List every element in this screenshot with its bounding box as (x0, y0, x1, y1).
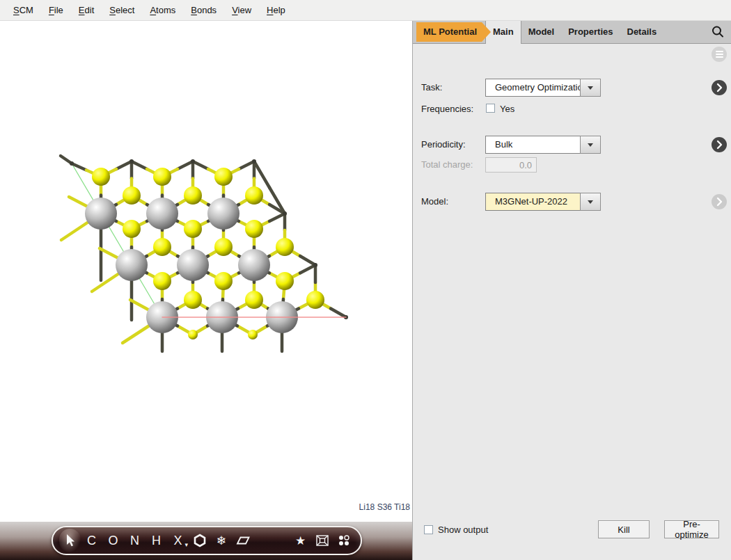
panel-menu-button[interactable] (712, 47, 727, 62)
bond[interactable] (254, 161, 269, 188)
atom-Ti[interactable] (238, 249, 270, 281)
parallelogram-icon (235, 534, 251, 547)
element-h-button-label: H (152, 534, 161, 548)
atom-Ti[interactable] (177, 249, 209, 281)
templates-tool[interactable]: ★ (290, 529, 311, 552)
atom-S[interactable] (214, 272, 233, 290)
menubar: SCMFileEditSelectAtomsBondsViewHelp (0, 0, 731, 21)
input-panel: MainModelPropertiesDetails ML Potential … (412, 21, 731, 560)
atom-Vx (191, 159, 195, 163)
search-icon[interactable] (710, 24, 725, 40)
frequencies-checkbox[interactable] (486, 104, 495, 113)
menu-atoms[interactable]: Atoms (142, 5, 183, 15)
atom-S[interactable] (276, 238, 294, 256)
atom-Ss[interactable] (188, 330, 198, 339)
atom-S[interactable] (123, 186, 141, 205)
dropdown-arrow-icon[interactable] (580, 136, 601, 154)
tab-model[interactable]: Model (521, 21, 562, 43)
atom-Ti[interactable] (146, 198, 178, 230)
element-h-button[interactable]: H (146, 529, 167, 552)
hexagon-ring-icon (193, 534, 207, 547)
cell-edge-green (72, 163, 162, 317)
atom-S[interactable] (214, 168, 233, 186)
element-c-button-label: C (87, 534, 96, 548)
periodicity-details-button[interactable] (712, 137, 727, 152)
task-value: Geometry Optimization (485, 79, 580, 97)
atom-Ti[interactable] (116, 249, 148, 281)
atom-S[interactable] (245, 186, 263, 205)
atom-S[interactable] (153, 168, 171, 186)
atom-S[interactable] (306, 291, 324, 309)
model-value: M3GNet-UP-2022 (485, 193, 580, 211)
tab-properties[interactable]: Properties (561, 21, 620, 43)
element-o-button[interactable]: O (102, 529, 124, 552)
task-details-button[interactable] (712, 80, 727, 95)
menu-edit[interactable]: Edit (71, 5, 102, 15)
show-output-checkbox[interactable] (424, 525, 433, 534)
bond[interactable] (331, 309, 346, 318)
bond[interactable] (132, 161, 147, 169)
periodicity-select[interactable]: Bulk (485, 136, 601, 154)
atom-Ss[interactable] (248, 330, 258, 339)
atom-S[interactable] (123, 220, 141, 238)
module-tab-ml-potential[interactable]: ML Potential (416, 22, 491, 42)
atom-S[interactable] (184, 186, 202, 205)
task-select[interactable]: Geometry Optimization (485, 79, 601, 97)
menu-file[interactable]: File (41, 5, 71, 15)
element-o-button-label: O (108, 534, 118, 548)
atom-S[interactable] (184, 220, 202, 238)
element-x-button-label: X (173, 534, 182, 548)
dropdown-arrow-icon[interactable] (580, 193, 601, 211)
menu-scm[interactable]: SCM (6, 5, 41, 15)
plane-tool[interactable] (232, 529, 253, 552)
atom-Ti[interactable] (207, 198, 239, 230)
bond[interactable] (239, 161, 254, 169)
show-output-label: Show output (438, 525, 488, 535)
kill-button[interactable]: Kill (598, 520, 650, 538)
ring-tool[interactable] (189, 529, 210, 552)
bond[interactable] (116, 161, 132, 169)
tab-details[interactable]: Details (620, 21, 664, 43)
bond[interactable] (269, 214, 285, 221)
tab-main[interactable]: Main (485, 21, 521, 44)
atom-S[interactable] (92, 168, 110, 186)
builder-toolbar: CONHX▾❄★ (52, 526, 362, 555)
crystal-tool[interactable]: ❄ (210, 529, 232, 552)
atom-S[interactable] (276, 272, 294, 290)
menu-view[interactable]: View (224, 5, 259, 15)
bond[interactable] (178, 161, 193, 169)
periodicity-label: Periodicity: (421, 139, 466, 150)
task-label: Task: (421, 82, 442, 93)
atom-S[interactable] (245, 291, 263, 309)
bond[interactable] (300, 256, 315, 265)
element-c-button[interactable]: C (81, 529, 102, 552)
atom-S[interactable] (184, 291, 202, 309)
element-n-button[interactable]: N (124, 529, 146, 552)
element-x-button[interactable]: X▾ (167, 529, 189, 552)
atom-S[interactable] (245, 220, 263, 238)
structure-viewer[interactable]: Li18 S36 Ti18 (0, 21, 412, 522)
details-tool[interactable] (333, 529, 354, 552)
molecule-canvas[interactable] (0, 21, 412, 522)
atom-S[interactable] (214, 238, 233, 256)
menu-help[interactable]: Help (259, 5, 293, 15)
atom-S[interactable] (153, 238, 171, 256)
bond[interactable] (300, 265, 315, 273)
menu-bonds[interactable]: Bonds (183, 5, 224, 15)
cell-view-tool[interactable] (311, 529, 333, 552)
atom-S[interactable] (153, 272, 171, 290)
atom-Vx (252, 159, 256, 163)
element-menu-arrow-icon: ▾ (184, 541, 188, 548)
dropdown-arrow-icon[interactable] (580, 79, 601, 97)
total-charge-label: Total charge: (421, 159, 473, 170)
model-select[interactable]: M3GNet-UP-2022 (485, 193, 601, 211)
perspective-box-icon (315, 534, 329, 547)
snowflake-icon: ❄ (216, 535, 226, 547)
bond[interactable] (193, 161, 208, 169)
menu-select[interactable]: Select (102, 5, 142, 15)
select-tool[interactable] (59, 529, 81, 552)
pre-optimize-button[interactable]: Pre-optimize (664, 520, 719, 538)
atom-Ti[interactable] (85, 198, 117, 230)
model-label: Model: (421, 196, 448, 207)
dots-grid-icon (337, 534, 351, 547)
